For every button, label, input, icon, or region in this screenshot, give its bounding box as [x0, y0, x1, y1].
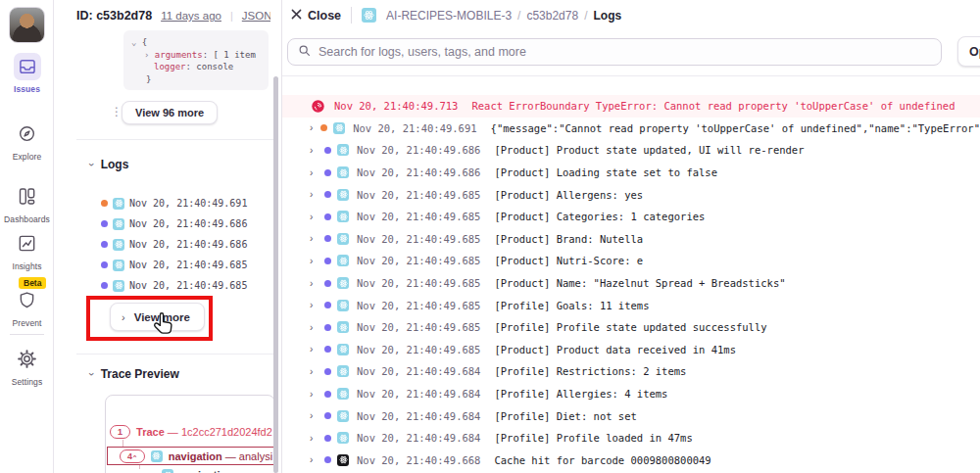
expand-chevron-icon[interactable]: ›	[310, 410, 318, 421]
log-row[interactable]: ›Nov 20, 21:40:49.685[Product] Nutri-Sco…	[282, 250, 980, 272]
log-row[interactable]: ›Nov 20, 21:40:49.685[Product] Brand: Nu…	[282, 228, 980, 251]
log-message: [Product] Product data received in 41ms	[494, 344, 736, 355]
sidebar-item-label: Prevent	[13, 318, 42, 328]
divider	[76, 139, 273, 140]
trace-row-child[interactable]: navigation-proc	[162, 469, 261, 473]
expand-chevron-icon[interactable]: ›	[310, 233, 318, 244]
expand-chevron-icon[interactable]: ›	[310, 389, 318, 400]
sidebar-item-issues[interactable]: Issues	[0, 53, 54, 94]
expand-chevron-icon[interactable]: ›	[310, 433, 318, 444]
log-row[interactable]: ›Nov 20, 21:40:49.684[Profile] Allergies…	[282, 383, 980, 405]
trace-section-header[interactable]: › Trace Preview	[90, 367, 179, 381]
event-age-link[interactable]: 11 days ago	[161, 10, 221, 22]
event-log-entry[interactable]: Nov 20, 21:40:49.691	[101, 193, 247, 213]
event-log-entry[interactable]: Nov 20, 21:40:49.685	[101, 255, 247, 275]
log-row[interactable]: ›Nov 20, 21:40:49.685[Product] Allergens…	[282, 183, 980, 206]
log-row[interactable]: ›Nov 20, 21:40:49.685[Product] Name: "Ha…	[282, 272, 980, 295]
logs-section-header[interactable]: › Logs	[90, 158, 128, 171]
event-log-entry[interactable]: Nov 20, 21:40:49.686	[101, 234, 247, 255]
react-sdk-icon	[337, 321, 349, 333]
expand-chevron-icon[interactable]: ›	[310, 212, 318, 222]
gear-icon	[17, 349, 37, 373]
react-sdk-icon	[162, 469, 173, 473]
log-row[interactable]: ›Nov 20, 21:40:49.685[Product] Product d…	[282, 339, 980, 361]
span-count-badge[interactable]: 4›	[120, 449, 145, 463]
event-log-entry[interactable]: Nov 20, 21:40:49.686	[101, 213, 247, 234]
view-96-more-button[interactable]: View 96 more	[122, 101, 218, 124]
log-row[interactable]: ›Nov 20, 21:40:49.668Cache hit for barco…	[282, 449, 980, 472]
level-dot	[324, 213, 331, 220]
expand-chevron-icon[interactable]: ›	[310, 256, 318, 266]
log-row[interactable]: ›Nov 20, 21:40:49.691{"message":"Cannot …	[282, 118, 980, 140]
log-row[interactable]: ›Nov 20, 21:40:49.684[Profile] Profile l…	[282, 427, 980, 449]
close-button[interactable]: Close	[291, 9, 341, 23]
trace-row-navigation[interactable]: 4› navigation — analysi	[107, 447, 275, 465]
expand-chevron-icon[interactable]: ›	[310, 300, 318, 310]
breadcrumb-project[interactable]: AI-RECIPES-MOBILE-3	[386, 9, 512, 23]
log-timestamp: Nov 20, 21:40:49.685	[129, 260, 247, 270]
expand-chevron-icon[interactable]: ›	[310, 122, 314, 133]
log-row[interactable]: ›Nov 20, 21:40:49.685[Profile] Goals: 11…	[282, 294, 980, 316]
sidebar-item-settings[interactable]: Settings	[0, 349, 54, 387]
json-link[interactable]: JSON	[242, 10, 270, 22]
search-input[interactable]	[318, 45, 941, 59]
log-message: Cache hit for barcode 0009800800049	[494, 454, 710, 466]
event-log-entry[interactable]: Nov 20, 21:40:49.685	[101, 275, 247, 296]
log-message: React ErrorBoundary TypeError: Cannot re…	[471, 100, 955, 112]
log-row[interactable]: ›Nov 20, 21:40:49.684[Profile] Diet: not…	[282, 404, 980, 427]
log-timestamp: Nov 20, 21:40:49.685	[357, 189, 480, 201]
user-avatar[interactable]	[9, 7, 45, 43]
breadcrumb-event-id[interactable]: c53b2d78	[526, 9, 578, 23]
divider	[76, 354, 273, 355]
search-icon	[298, 43, 311, 61]
log-row-error[interactable]: Nov 20, 21:40:49.713React ErrorBoundary …	[282, 95, 980, 118]
trace-row-root[interactable]: 1 Trace — 1c2cc271d2024fd2	[110, 425, 272, 439]
expand-chevron-icon[interactable]: ›	[310, 278, 318, 289]
log-message: [Profile] Goals: 11 items	[494, 300, 649, 311]
react-sdk-icon	[362, 8, 376, 23]
expand-chevron-icon[interactable]: ›	[310, 454, 318, 465]
react-sdk-icon	[337, 277, 349, 289]
sidebar-item-explore[interactable]: Explore	[0, 123, 54, 162]
react-sdk-icon	[337, 365, 349, 377]
span-count-badge[interactable]: 1	[110, 425, 130, 439]
expand-chevron-icon[interactable]: ›	[310, 344, 318, 355]
expand-chevron-icon[interactable]: ›	[310, 145, 318, 156]
level-dot	[324, 191, 331, 198]
react-sdk-icon	[113, 280, 124, 292]
sidebar-item-insights[interactable]: Insights	[0, 233, 54, 271]
sidebar-item-dashboards[interactable]: Dashboards	[0, 186, 54, 224]
chevron-down-icon: ›	[86, 163, 98, 166]
open-button[interactable]: Op	[957, 36, 980, 67]
log-timestamp: Nov 20, 21:40:49.685	[129, 280, 247, 291]
logs-panel-header: Close AI-RECIPES-MOBILE-3 / c53b2d78 / L…	[282, 0, 980, 30]
log-timestamp: Nov 20, 21:40:49.684	[357, 388, 480, 400]
expand-chevron-icon[interactable]: ›	[310, 322, 318, 333]
view-more-label: View more	[134, 311, 190, 323]
expand-chevron-icon[interactable]: ›	[310, 189, 318, 200]
console-args-code-block[interactable]: ⌄ { › arguments: [ 1 item logger: consol…	[123, 30, 269, 90]
log-row[interactable]: ›Nov 20, 21:40:49.686[Product] Loading s…	[282, 162, 980, 184]
react-sdk-icon	[337, 211, 349, 222]
drag-handle-icon[interactable]: ⋮	[111, 105, 122, 118]
log-row[interactable]: ›Nov 20, 21:40:49.685[Product] Categorie…	[282, 206, 980, 228]
level-dot	[320, 124, 327, 131]
level-dot	[324, 456, 331, 463]
expand-chevron-icon[interactable]: ›	[310, 366, 318, 377]
react-sdk-icon	[337, 432, 349, 444]
chevron-right-icon: ›	[122, 311, 125, 323]
log-message: [Profile] Profile loaded in 47ms	[494, 432, 692, 444]
scrollbar-thumb[interactable]	[273, 76, 278, 473]
expand-chevron-icon[interactable]: ›	[310, 167, 318, 178]
log-row[interactable]: ›Nov 20, 21:40:49.684[Profile] Restricti…	[282, 360, 980, 383]
view-more-button[interactable]: › View more	[110, 303, 205, 331]
level-dot	[324, 169, 331, 176]
level-dot	[324, 324, 331, 331]
tree-connector	[139, 465, 140, 469]
search-box[interactable]	[287, 38, 942, 66]
react-sdk-icon	[337, 255, 349, 266]
log-message: [Product] Product state updated, UI will…	[494, 144, 804, 156]
log-row[interactable]: ›Nov 20, 21:40:49.686[Product] Product s…	[282, 139, 980, 162]
log-row[interactable]: ›Nov 20, 21:40:49.685[Profile] Profile s…	[282, 316, 980, 339]
sidebar-item-prevent[interactable]: Prevent	[0, 290, 54, 328]
